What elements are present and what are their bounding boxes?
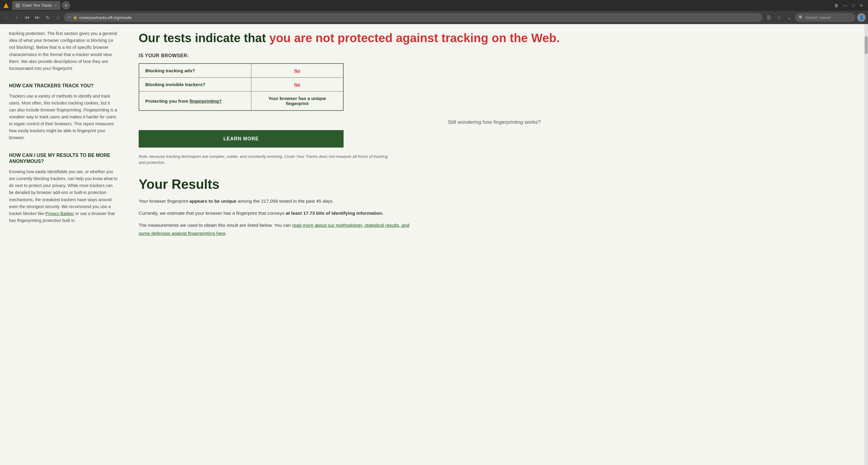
learn-more-button[interactable]: LEARN MORE (138, 130, 344, 147)
url-display[interactable]: coveryourtracks.eff.org/results (79, 15, 132, 20)
results-headline: Our tests indicate that you are not prot… (138, 30, 850, 46)
table-value-ads: No (251, 64, 343, 78)
scrollbar-track[interactable] (864, 24, 868, 465)
trackers-body: Trackers use a variety of methods to ide… (9, 93, 118, 141)
table-row: Protecting you from fingerprinting? Your… (139, 92, 343, 111)
close-button[interactable]: ✕ (860, 3, 863, 8)
table-label-ads: Blocking tracking ads? (139, 64, 251, 78)
value-no-invisible: No (294, 82, 300, 87)
results-para2: Currently, we estimate that your browser… (138, 209, 410, 217)
table-label-fingerprint: Protecting you from fingerprinting? (139, 92, 251, 111)
sidebar-intro-section: tracking protection. The first section g… (9, 30, 118, 72)
new-tab-button[interactable]: + (62, 1, 70, 10)
table-label-invisible: Blocking invisible trackers? (139, 78, 251, 92)
sidebar-section-anonymous: HOW CAN I USE MY RESULTS TO BE MORE ANON… (9, 153, 118, 224)
home-button[interactable]: ⌂ (54, 13, 62, 22)
tab-bar: Cover Your Tracks ✕ + 🗑 — □ ✕ (0, 0, 868, 11)
headline-part1: Our tests indicate that (138, 31, 269, 44)
history-back-button[interactable]: ⏮ (23, 13, 31, 22)
value-no-ads: No (294, 68, 300, 73)
sidebar-section-trackers: HOW CAN TRACKERS TRACK YOU? Trackers use… (9, 83, 118, 141)
para1-end: among the 217,058 tested in the past 45 … (236, 198, 334, 204)
is-your-browser-label: IS YOUR BROWSER: (138, 53, 850, 59)
browser-logo-icon (2, 2, 10, 9)
forward-button[interactable]: › (13, 13, 21, 22)
para3-end: . (226, 231, 227, 236)
results-table: Blocking tracking ads? No Blocking invis… (138, 63, 344, 111)
results-body: Your browser fingerprint appears to be u… (138, 197, 410, 237)
note-text: Note: because tracking techniques are co… (138, 154, 392, 166)
left-sidebar: tracking protection. The first section g… (0, 24, 127, 465)
para1-bold: appears to be unique (189, 198, 236, 204)
tab-favicon-icon (16, 3, 20, 7)
bookmarks-star-icon[interactable]: ☆ (775, 13, 783, 22)
anonymous-heading: HOW CAN I USE MY RESULTS TO BE MORE ANON… (9, 153, 118, 165)
your-results-title: Your Results (138, 177, 850, 192)
para2-start: Currently, we estimate that your browser… (138, 210, 286, 215)
table-value-invisible: No (251, 78, 343, 92)
scrollbar-thumb[interactable] (865, 36, 868, 54)
history-forward-button[interactable]: ⏭ (33, 13, 41, 22)
results-para3: The measurements we used to obtain this … (138, 221, 410, 237)
bookmarks-icon[interactable]: 🗑 (834, 3, 838, 8)
svg-marker-0 (4, 3, 8, 8)
sidebar-intro-text: tracking protection. The first section g… (9, 30, 118, 72)
reload-button[interactable]: ↻ (43, 13, 52, 22)
minimize-button[interactable]: — (843, 3, 847, 8)
active-tab[interactable]: Cover Your Tracks ✕ (12, 1, 61, 10)
profile-icon[interactable]: 👤 (857, 13, 866, 22)
fingerprinting-link[interactable]: fingerprinting? (190, 98, 222, 104)
para2-bold: at least 17.73 bits of identifying infor… (286, 210, 383, 215)
nav-bar: ‹ › ⏮ ⏭ ↻ ⌂ 🛡 🔒 coveryourtracks.eff.org/… (0, 11, 868, 24)
back-button[interactable]: ‹ (2, 13, 11, 22)
privacy-badger-link[interactable]: Privacy Badger (45, 211, 74, 216)
bookmarks-dropdown-icon[interactable]: ⌄ (785, 13, 793, 22)
browser-chrome: Cover Your Tracks ✕ + 🗑 — □ ✕ ‹ › ⏮ ⏭ ↻ … (0, 0, 868, 24)
anonymous-body-text: Knowing how easily identifiable you are,… (9, 169, 118, 216)
results-para1: Your browser fingerprint appears to be u… (138, 197, 410, 205)
address-bar[interactable]: 🛡 🔒 coveryourtracks.eff.org/results (64, 13, 763, 22)
search-bar[interactable]: 🔍 Search Yahoo! (795, 13, 855, 22)
hamburger-menu-icon[interactable]: ☰ (764, 13, 773, 22)
para3-start: The measurements we used to obtain this … (138, 223, 292, 228)
anonymous-body: Knowing how easily identifiable you are,… (9, 168, 118, 224)
table-row: Blocking invisible trackers? No (139, 78, 343, 92)
table-value-fingerprint: Your browser has a unique fingerprint (251, 92, 343, 111)
page-content: tracking protection. The first section g… (0, 24, 868, 465)
tab-close-icon[interactable]: ✕ (54, 4, 57, 7)
main-content: Our tests indicate that you are not prot… (127, 24, 868, 465)
chrome-controls: 🗑 — □ ✕ (834, 3, 866, 8)
search-icon: 🔍 (799, 15, 804, 20)
still-wondering-text: Still wondering how fingerprinting works… (138, 119, 850, 125)
table-row: Blocking tracking ads? No (139, 64, 343, 78)
search-placeholder: Search Yahoo! (805, 15, 831, 20)
security-icon: 🛡 (67, 15, 71, 20)
tab-title: Cover Your Tracks (22, 3, 52, 7)
trackers-heading: HOW CAN TRACKERS TRACK YOU? (9, 83, 118, 89)
para1-start: Your browser fingerprint (138, 198, 189, 204)
lock-icon: 🔒 (73, 15, 78, 20)
headline-not-protected: you are not protected against tracking o… (269, 31, 560, 44)
maximize-button[interactable]: □ (852, 3, 855, 8)
value-unique-fingerprint: Your browser has a unique fingerprint (268, 96, 326, 106)
